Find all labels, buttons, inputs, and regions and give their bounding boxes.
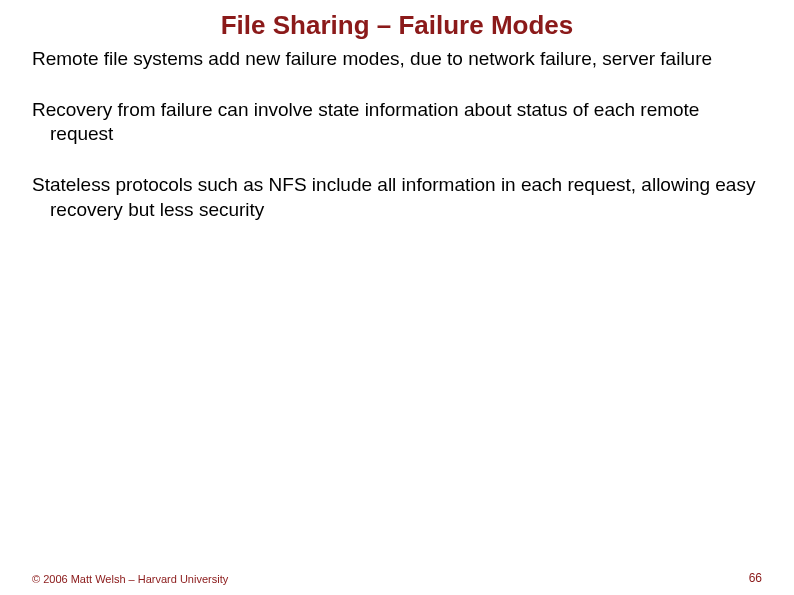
bullet-item: Recovery from failure can involve state … — [32, 98, 762, 147]
bullet-item: Remote file systems add new failure mode… — [32, 47, 762, 72]
footer-page-number: 66 — [749, 571, 762, 585]
slide-title: File Sharing – Failure Modes — [0, 0, 794, 47]
footer-copyright: © 2006 Matt Welsh – Harvard University — [32, 573, 228, 585]
content-area: Remote file systems add new failure mode… — [0, 47, 794, 222]
bullet-item: Stateless protocols such as NFS include … — [32, 173, 762, 222]
